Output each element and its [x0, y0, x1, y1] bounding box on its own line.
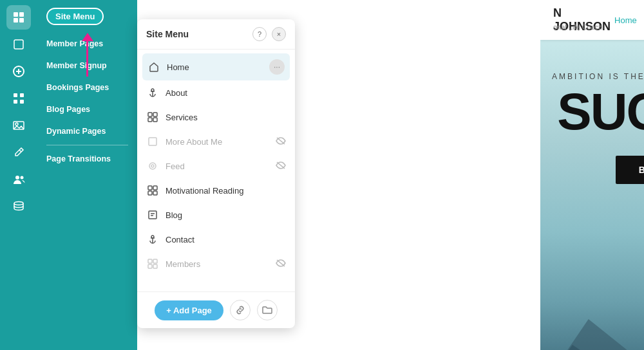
svg-rect-33 — [153, 191, 157, 195]
feed-label: Feed — [166, 161, 276, 171]
svg-rect-41 — [153, 259, 157, 263]
pen-toolbar-icon[interactable] — [6, 140, 31, 165]
database-toolbar-icon[interactable] — [6, 194, 31, 219]
svg-rect-40 — [148, 259, 152, 263]
svg-rect-11 — [20, 100, 24, 104]
svg-rect-34 — [149, 211, 156, 219]
svg-rect-24 — [153, 118, 157, 122]
media-toolbar-icon[interactable] — [6, 113, 31, 138]
list-item[interactable]: Members — [137, 252, 295, 276]
preview-area: N JOHNSON onal Life Coach Home About Ser… — [540, 0, 644, 350]
sidebar-item-page-transitions[interactable]: Page Transitions — [37, 148, 137, 170]
svg-rect-21 — [148, 113, 152, 116]
popup-header-icons: ? × — [252, 27, 286, 41]
home-icon — [147, 60, 160, 73]
sidebar-item-blog-pages[interactable]: Blog Pages — [37, 98, 137, 120]
eye-hidden-feed-icon[interactable] — [276, 161, 286, 172]
motivational-label: Motivational Reading — [166, 186, 286, 196]
nav-home[interactable]: Home — [614, 15, 637, 25]
hero-background: AMBITION IS THE FIRST STEP TOWARDS SUCCE… — [540, 40, 644, 350]
svg-rect-23 — [148, 118, 152, 122]
contact-label: Contact — [166, 235, 286, 244]
svg-point-15 — [15, 176, 19, 180]
site-menu-popup: Site Menu ? × Home ··· About Service — [137, 19, 295, 328]
home-label: Home — [167, 62, 269, 72]
svg-line-14 — [19, 150, 21, 152]
eye-hidden-icon[interactable] — [276, 136, 286, 147]
svg-rect-0 — [14, 12, 18, 17]
svg-rect-32 — [148, 191, 152, 195]
svg-rect-22 — [153, 113, 157, 116]
mountains-illustration — [540, 281, 644, 350]
hero-title: SUCCES — [557, 86, 644, 138]
book-now-button[interactable]: Book Now — [616, 156, 644, 184]
link-icon-btn[interactable] — [230, 300, 251, 320]
svg-rect-42 — [148, 264, 152, 268]
list-item[interactable]: Home ··· — [142, 53, 290, 80]
motivational-icon — [146, 184, 159, 197]
list-item[interactable]: More About Me — [137, 129, 295, 154]
home-more-btn[interactable]: ··· — [269, 59, 285, 75]
svg-rect-43 — [153, 264, 157, 268]
more-about-label: More About Me — [166, 137, 276, 147]
contact-icon — [146, 233, 159, 246]
svg-rect-3 — [19, 18, 24, 23]
components-toolbar-icon[interactable] — [6, 86, 31, 111]
list-item[interactable]: About — [137, 80, 295, 105]
pages-toolbar-icon[interactable] — [6, 5, 31, 30]
people-toolbar-icon[interactable] — [6, 167, 31, 192]
website-nav-links: Home About Services Motivational Reading… — [614, 10, 644, 30]
list-item[interactable]: Services — [137, 105, 295, 129]
hero-subtitle: AMBITION IS THE FIRST STEP TOWARDS — [552, 72, 644, 81]
blog-label: Blog — [166, 210, 286, 220]
layers-toolbar-icon[interactable] — [6, 32, 31, 57]
feed-icon — [146, 160, 159, 172]
menu-items-list: Home ··· About Services More About Me — [137, 50, 295, 291]
svg-rect-4 — [14, 40, 23, 49]
site-menu-panel: Site Menu Member Pages Member Signup Boo… — [37, 0, 137, 350]
popup-footer: + Add Page — [137, 291, 295, 328]
services-icon — [146, 111, 159, 124]
svg-rect-10 — [14, 100, 17, 104]
svg-rect-30 — [148, 186, 152, 190]
sidebar-item-bookings-pages[interactable]: Bookings Pages — [37, 77, 137, 98]
more-about-icon — [146, 135, 159, 148]
svg-rect-8 — [14, 93, 17, 97]
help-icon-btn[interactable]: ? — [252, 27, 267, 41]
svg-point-28 — [151, 165, 154, 167]
members-label: Members — [166, 259, 276, 269]
list-item[interactable]: Motivational Reading — [137, 178, 295, 203]
list-item[interactable]: Blog — [137, 203, 295, 227]
svg-rect-1 — [19, 12, 24, 17]
hero-content: AMBITION IS THE FIRST STEP TOWARDS SUCCE… — [540, 72, 644, 184]
add-toolbar-icon[interactable] — [6, 59, 31, 84]
blog-icon — [146, 208, 159, 221]
anchor-icon — [146, 86, 159, 99]
site-menu-header: Site Menu — [37, 0, 137, 33]
website-navbar: N JOHNSON onal Life Coach Home About Ser… — [540, 0, 644, 40]
eye-hidden-members-icon[interactable] — [276, 259, 286, 270]
close-popup-btn[interactable]: × — [272, 27, 286, 41]
svg-point-27 — [149, 163, 156, 169]
members-icon — [146, 257, 159, 270]
services-label: Services — [166, 113, 286, 122]
site-menu-header-label[interactable]: Site Menu — [46, 8, 104, 25]
svg-point-16 — [21, 176, 24, 180]
site-menu-divider — [46, 145, 128, 145]
svg-marker-47 — [540, 300, 644, 350]
sidebar-item-dynamic-pages[interactable]: Dynamic Pages — [37, 120, 137, 142]
folder-icon-btn[interactable] — [257, 300, 278, 320]
website-tagline: onal Life Coach — [553, 23, 602, 31]
popup-title: Site Menu — [146, 29, 189, 39]
popup-header: Site Menu ? × — [137, 19, 295, 50]
list-item[interactable]: Feed — [137, 154, 295, 178]
about-label: About — [166, 88, 286, 98]
svg-rect-25 — [149, 138, 156, 145]
svg-rect-9 — [20, 93, 24, 97]
svg-point-17 — [14, 202, 23, 205]
list-item[interactable]: Contact — [137, 227, 295, 252]
svg-rect-31 — [153, 186, 157, 190]
svg-point-13 — [15, 123, 18, 125]
svg-rect-2 — [14, 18, 18, 23]
add-page-button[interactable]: + Add Page — [155, 300, 223, 320]
